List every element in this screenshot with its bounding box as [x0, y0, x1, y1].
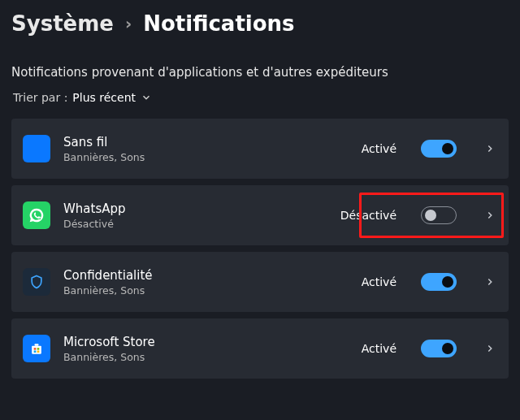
notification-toggle[interactable]	[421, 340, 457, 357]
app-name: Microsoft Store	[63, 335, 349, 349]
chevron-right-icon[interactable]	[484, 210, 496, 221]
app-subtitle: Désactivé	[63, 218, 327, 230]
svg-rect-3	[37, 348, 40, 350]
svg-rect-0	[32, 346, 41, 354]
shield-icon	[23, 268, 50, 296]
svg-rect-2	[34, 348, 37, 350]
app-status-label: Désactivé	[340, 209, 396, 222]
notification-toggle[interactable]	[421, 273, 457, 291]
app-name: Sans fil	[63, 135, 349, 149]
svg-rect-1	[35, 344, 39, 346]
sort-label: Trier par :	[13, 91, 67, 104]
app-status-label: Activé	[362, 142, 396, 155]
chevron-right-icon[interactable]	[484, 276, 496, 288]
notification-toggle[interactable]	[421, 206, 457, 224]
app-labels: Sans fil Bannières, Sons	[63, 135, 349, 163]
breadcrumb-current: Notifications	[143, 11, 294, 36]
chevron-down-icon	[141, 92, 152, 103]
chevron-right-icon[interactable]	[484, 143, 496, 154]
app-row-microsoft-store[interactable]: Microsoft Store Bannières, Sons Activé	[11, 318, 509, 379]
app-name: WhatsApp	[63, 201, 327, 216]
store-icon	[23, 335, 50, 362]
toggle-knob	[425, 210, 436, 221]
app-notification-list: Sans fil Bannières, Sons Activé WhatsApp…	[11, 119, 509, 379]
breadcrumb: Système › Notifications	[11, 11, 509, 36]
sort-value: Plus récent	[72, 91, 136, 104]
app-labels: Microsoft Store Bannières, Sons	[63, 335, 349, 363]
breadcrumb-separator: ›	[125, 14, 132, 33]
app-name: Confidentialité	[63, 268, 349, 283]
app-row-whatsapp[interactable]: WhatsApp Désactivé Désactivé	[11, 185, 509, 245]
svg-rect-4	[34, 351, 37, 353]
breadcrumb-system[interactable]: Système	[11, 11, 114, 36]
app-status-label: Activé	[362, 275, 396, 288]
app-row-confidentialite[interactable]: Confidentialité Bannières, Sons Activé	[11, 252, 509, 312]
app-row-sans-fil[interactable]: Sans fil Bannières, Sons Activé	[11, 119, 509, 179]
toggle-knob	[442, 343, 453, 354]
toggle-knob	[442, 143, 453, 154]
app-subtitle: Bannières, Sons	[63, 151, 349, 163]
whatsapp-icon	[23, 201, 50, 229]
app-subtitle: Bannières, Sons	[63, 284, 349, 297]
toggle-knob	[442, 276, 453, 288]
app-subtitle: Bannières, Sons	[63, 351, 349, 363]
chevron-right-icon[interactable]	[484, 343, 496, 354]
sort-dropdown[interactable]: Trier par : Plus récent	[11, 91, 509, 104]
svg-rect-5	[37, 351, 40, 353]
app-status-label: Activé	[362, 342, 396, 355]
section-heading: Notifications provenant d'applications e…	[11, 65, 509, 80]
app-labels: WhatsApp Désactivé	[63, 201, 327, 230]
app-labels: Confidentialité Bannières, Sons	[63, 268, 349, 297]
notification-toggle[interactable]	[421, 140, 457, 158]
wifi-icon	[23, 135, 50, 162]
